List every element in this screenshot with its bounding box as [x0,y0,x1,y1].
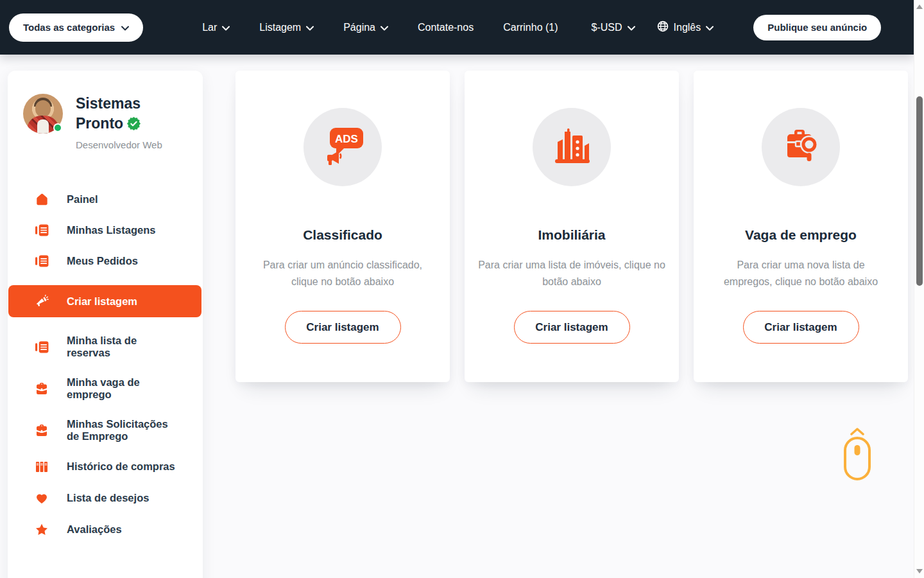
page-scrollbar[interactable] [914,0,924,578]
sidebar-item-lista-desejos[interactable]: Lista de desejos [23,491,187,505]
nav-item-cart[interactable]: Carrinho (1) [503,22,558,33]
sidebar-menu: Painel Minhas Listagens Meus Pedidos Cri… [23,193,187,537]
sidebar-item-minhas-listagens[interactable]: Minhas Listagens [23,223,187,237]
sidebar-item-minha-vaga[interactable]: Minha vaga de emprego [23,376,187,401]
sidebar-item-solicitacoes-emprego[interactable]: Minhas Solicitações de Emprego [23,418,187,442]
sidebar-item-meus-pedidos[interactable]: Meus Pedidos [23,254,187,268]
nav-item-listing[interactable]: Listagem [259,22,314,33]
publish-ad-label: Publique seu anúncio [767,22,867,33]
top-navigation-bar: Todas as categorias Lar Listagem Página … [0,0,914,55]
user-name: Sistemas Pronto [76,94,172,136]
sidebar-item-painel[interactable]: Painel [23,193,187,206]
books-icon [35,460,49,474]
all-categories-button[interactable]: Todas as categorias [9,13,143,42]
chevron-down-icon [121,22,129,33]
sidebar-item-criar-listagem[interactable]: Criar listagem [8,285,201,317]
sidebar-item-lista-reservas[interactable]: Minha lista de reservas [23,335,187,359]
language-label: Inglês [674,22,701,33]
scroll-to-top-mouse-icon[interactable] [843,428,872,484]
currency-selector[interactable]: $-USD [592,22,635,33]
nav-item-contact[interactable]: Contate-nos [418,22,474,33]
card-title: Vaga de emprego [745,227,857,243]
nav-item-home-label: Lar [202,22,217,33]
all-categories-label: Todas as categorias [23,22,115,33]
online-status-dot [53,123,62,132]
briefcase-icon [35,381,49,396]
card-title: Imobiliária [538,227,605,243]
chevron-down-icon [706,22,714,33]
scrollbar-up-arrow[interactable] [916,4,923,9]
scrollbar-thumb[interactable] [916,96,923,286]
ads-megaphone-icon: ADS [304,108,382,186]
verified-badge-icon [127,116,141,136]
buildings-icon [533,108,611,186]
chevron-down-icon [381,22,388,33]
nav-item-page[interactable]: Página [343,22,388,33]
card-description: Para criar um anúncio classificado, cliq… [253,257,432,290]
user-sidebar: Sistemas Pronto Desenvolvedor Web Painel… [8,71,203,578]
card-description: Para criar uma lista de imóveis, clique … [477,257,667,290]
heart-icon [35,491,49,505]
create-listing-button-realestate[interactable]: Criar listagem [514,311,630,344]
nav-item-home[interactable]: Lar [202,22,230,33]
briefcase-search-icon [762,108,840,186]
nav-links: Lar Listagem Página Contate-nos Carrinho… [202,22,558,33]
svg-text:ADS: ADS [335,133,358,145]
listing-icon [35,223,49,237]
nav-item-contact-label: Contate-nos [418,22,474,33]
chevron-down-icon [306,22,314,33]
chevron-down-icon [628,22,635,33]
scrollbar-down-arrow[interactable] [916,569,923,574]
card-vaga-emprego: Vaga de emprego Para criar uma nova list… [694,71,908,382]
listing-icon [35,340,49,354]
create-listing-button-job[interactable]: Criar listagem [743,311,859,344]
megaphone-icon [35,294,49,308]
avatar [23,94,63,134]
nav-item-page-label: Página [343,22,375,33]
card-imobiliaria: Imobiliária Para criar uma lista de imóv… [465,71,679,382]
card-description: Para criar uma nova lista de empregos, c… [715,257,886,290]
sidebar-item-historico-compras[interactable]: Histórico de compras [23,460,187,474]
nav-item-listing-label: Listagem [259,22,301,33]
user-role: Desenvolvedor Web [76,139,172,150]
create-listing-cards: ADS Classificado Para criar um anúncio c… [235,71,908,382]
chevron-down-icon [222,22,230,33]
nav-right-group: $-USD Inglês Publique seu anúncio [592,15,882,40]
user-profile: Sistemas Pronto Desenvolvedor Web [23,94,187,150]
sidebar-item-avaliacoes[interactable]: Avaliações [23,523,187,537]
star-icon [35,523,49,537]
home-icon [35,193,49,206]
briefcase-icon [35,423,49,437]
globe-icon [657,21,669,35]
card-classificado: ADS Classificado Para criar um anúncio c… [235,71,450,382]
language-selector[interactable]: Inglês [657,21,714,35]
publish-ad-button[interactable]: Publique seu anúncio [753,15,881,40]
card-title: Classificado [303,227,382,243]
listing-icon [35,254,49,268]
nav-item-cart-label: Carrinho (1) [503,22,558,33]
create-listing-button-classified[interactable]: Criar listagem [285,311,401,344]
currency-label: $-USD [592,22,622,33]
